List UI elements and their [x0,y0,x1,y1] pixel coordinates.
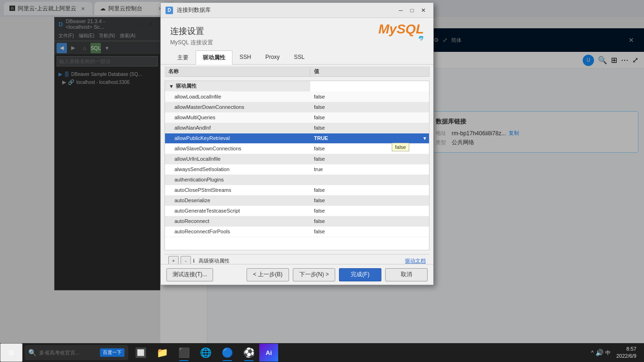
browser-icon: 🌐 [200,347,212,358]
prop-name-4: allowPublicKeyRetrieval [165,133,310,143]
tab-ssl[interactable]: SSL [287,50,312,65]
next-step-btn[interactable]: 下一步(N) > [293,268,335,281]
prop-row-0[interactable]: allowLoadLocalInfile false [165,91,429,102]
mysql-logo-subtitle: 🐬 [379,36,424,41]
taskbar-tray: ^ 🔊 中 8:57 2022/6/9 [591,346,644,360]
prop-value-11: false [310,206,429,216]
tab-proxy[interactable]: Proxy [258,50,287,65]
prop-name-1: allowMasterDownConnections [165,102,310,112]
prop-row-9[interactable]: autoClosePStmtStreams false [165,185,429,195]
taskbar: ⊞ 🔍 百度一下 🔲 📁 ⬛ 🌐 🔵 ⚽ Ai ^ 🔊 中 8:5 [0,343,644,362]
taskview-icon: 🔲 [135,347,147,358]
taskbar-app-taskview[interactable]: 🔲 [130,343,151,362]
prop-row-3[interactable]: allowNanAndInf false [165,123,429,133]
taskbar-app-taskbar3[interactable]: ⬛ [173,343,194,362]
prop-value-12: false [310,216,429,226]
cancel-btn[interactable]: 取消 [385,268,428,281]
section-collapse-icon[interactable]: ▼ [169,83,174,89]
prop-row-11[interactable]: autoGenerateTestcaseScript false [165,206,429,216]
col-value-header: 值 [310,66,429,76]
properties-table-wrapper[interactable]: ▼ 驱动属性 allowLoadLocalInfile false allowM… [165,81,429,250]
prop-value-7: true [310,164,429,174]
prop-name-7: alwaysSendSetIsolation [165,164,310,174]
dialog-titlebar: D 连接到数据库 ─ □ ✕ [161,3,433,18]
prop-name-11: autoGenerateTestcaseScript [165,206,310,216]
prop-name-2: allowMultiQueries [165,112,310,123]
prop-row-4[interactable]: allowPublicKeyRetrieval TRUE ▼ [165,133,429,143]
files-icon: 📁 [157,347,168,358]
prop-row-2[interactable]: allowMultiQueries false [165,112,429,123]
table-column-headers: 名称 值 [165,66,429,77]
prop-name-9: autoClosePStmtStreams [165,185,310,195]
prop-name-0: allowLoadLocalInfile [165,91,310,102]
dialog-close-btn[interactable]: ✕ [418,5,429,16]
taskbar-app-chrome[interactable]: 🔵 [217,343,238,362]
connect-database-dialog: D 连接到数据库 ─ □ ✕ 连接设置 MySQL 连接设置 MySQL 🐬 主… [160,2,434,285]
tab-main[interactable]: 主要 [170,50,196,65]
tooltip-false: false [392,143,409,151]
tab-ssh[interactable]: SSH [232,50,258,65]
prop-row-8[interactable]: authenticationPlugins [165,174,429,185]
prop-row-1[interactable]: allowMasterDownConnections false [165,102,429,112]
prop-row-6[interactable]: allowUrlInLocalInfile false [165,154,429,164]
dialog-title-icon: D [165,7,173,14]
mysql-logo-area: MySQL 🐬 [379,23,424,41]
prop-name-8: authenticationPlugins [165,174,310,185]
prop-row-13[interactable]: autoReconnectForPools false [165,226,429,237]
prop-name-5: allowSlaveDownConnections [165,143,310,154]
tray-caret[interactable]: ^ [591,350,594,355]
taskbar-app-browser[interactable]: 🌐 [195,343,216,362]
advanced-props-label: 高级驱动属性 [198,257,230,264]
dialog-maximize-btn[interactable]: □ [407,5,417,16]
dialog-window-controls: ─ □ ✕ [396,5,429,16]
finish-btn[interactable]: 完成(F) [339,268,381,281]
prev-step-btn[interactable]: < 上一步(B) [247,268,289,281]
taskbar-app-soccer[interactable]: ⚽ [239,343,259,362]
taskbar-search-bar[interactable]: 🔍 百度一下 [25,345,128,360]
search-icon: 🔍 [28,349,36,356]
prop-row-12[interactable]: autoReconnect false [165,216,429,226]
ai-icon-btn[interactable]: Ai [259,344,278,362]
row-dropdown-btn[interactable]: ▼ [422,136,427,141]
baidu-search-btn[interactable]: 百度一下 [100,348,124,357]
prop-value-4: TRUE ▼ [310,133,429,143]
dialog-titlebar-text: 连接到数据库 [177,6,392,14]
taskbar-app-files[interactable]: 📁 [152,343,173,362]
properties-table: ▼ 驱动属性 allowLoadLocalInfile false allowM… [165,81,429,237]
prop-name-10: autoDeserialize [165,195,310,206]
taskbar3-icon: ⬛ [178,347,190,358]
dialog-header: 连接设置 MySQL 连接设置 MySQL 🐬 [161,18,433,50]
prop-row-5[interactable]: allowSlaveDownConnections false [165,143,429,154]
prop-value-5: false [310,143,429,154]
prop-name-6: allowUrlInLocalInfile [165,154,310,164]
driver-docs-link[interactable]: 驱动文档 [405,257,426,264]
test-connection-btn[interactable]: 测试连接(T)... [166,268,213,281]
taskbar-search-input[interactable] [39,350,86,355]
dialog-body: 名称 值 ▼ 驱动属性 allowLoadLocalInfile false [161,65,433,267]
tab-driver-props[interactable]: 驱动属性 [196,50,232,65]
prop-row-7[interactable]: alwaysSendSetIsolation true [165,164,429,174]
dialog-minimize-btn[interactable]: ─ [396,5,406,16]
dialog-tabs: 主要 驱动属性 SSH Proxy SSL [161,50,433,65]
mysql-logo-text: MySQL [379,23,424,36]
prop-value-1: false [310,102,429,112]
chrome-icon: 🔵 [222,347,233,358]
soccer-icon: ⚽ [243,347,255,358]
prop-value-0: false [310,91,429,102]
section-label: 驱动属性 [176,82,197,90]
tray-clock: 8:57 2022/6/9 [612,346,640,360]
tray-network: 🔊 [595,349,603,356]
dialog-buttonbar: 测试连接(T)... < 上一步(B) 下一步(N) > 完成(F) 取消 [161,264,433,285]
prop-value-10: false [310,195,429,206]
tray-input-method[interactable]: 中 [605,349,611,356]
prop-row-10[interactable]: autoDeserialize false [165,195,429,206]
prop-value-9: false [310,185,429,195]
prop-value-6: false [310,154,429,164]
section-header-row: ▼ 驱动属性 [165,81,429,91]
prop-name-3: allowNanAndInf [165,123,310,133]
start-button[interactable]: ⊞ [0,343,23,362]
prop-name-13: autoReconnectForPools [165,226,310,237]
prop-value-13: false [310,226,429,237]
prop-value-3: false [310,123,429,133]
prop-name-12: autoReconnect [165,216,310,226]
